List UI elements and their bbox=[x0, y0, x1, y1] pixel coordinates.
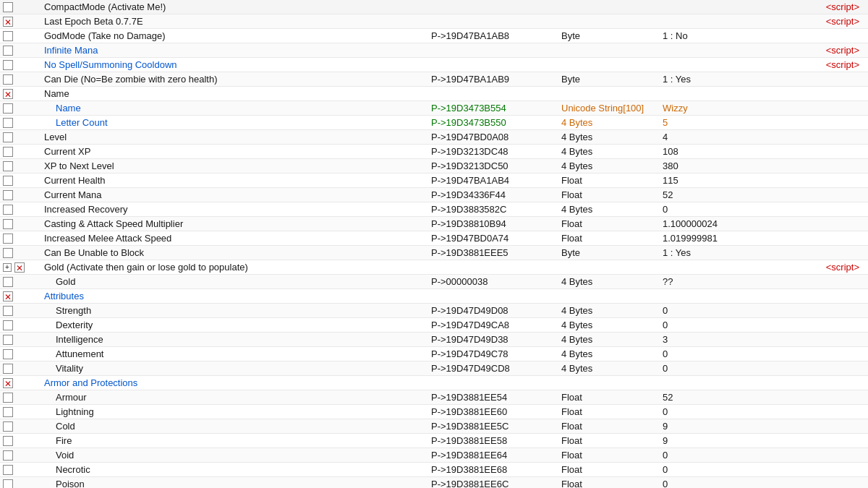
checkbox[interactable] bbox=[3, 132, 13, 142]
table-row[interactable]: LevelP->19D47BD0A084 Bytes4 bbox=[0, 130, 868, 145]
table-row[interactable]: GoldP->000000384 Bytes?? bbox=[0, 275, 868, 289]
checkbox[interactable] bbox=[3, 349, 13, 359]
type-text: 4 Bytes bbox=[561, 320, 592, 330]
table-row[interactable]: FireP->19D3881EE58Float9 bbox=[0, 434, 868, 448]
table-row[interactable]: Casting & Attack Speed MultiplierP->19D3… bbox=[0, 217, 868, 231]
table-row[interactable]: VitalityP->19D47D49CD84 Bytes0 bbox=[0, 361, 868, 376]
checkbox[interactable] bbox=[3, 60, 13, 70]
table-row[interactable]: NecroticP->19D3881EE68Float0 bbox=[0, 463, 868, 477]
table-row[interactable]: DexterityP->19D47D49CA84 Bytes0 bbox=[0, 318, 868, 333]
checkbox[interactable] bbox=[3, 479, 13, 489]
table-row[interactable]: GodMode (Take no Damage)P->19D47BA1AB8By… bbox=[0, 29, 868, 43]
value-cell: 115 bbox=[663, 175, 793, 186]
checkbox[interactable] bbox=[3, 436, 13, 446]
value-cell: 1 : Yes bbox=[663, 247, 793, 258]
type-cell: 4 Bytes bbox=[561, 348, 663, 359]
table-row[interactable]: +✕Gold (Activate then gain or lose gold … bbox=[0, 260, 868, 275]
table-row[interactable]: Letter CountP->19D3473B5504 Bytes5 bbox=[0, 116, 868, 130]
checkbox[interactable] bbox=[3, 205, 13, 215]
checkbox[interactable] bbox=[3, 320, 13, 330]
checkbox[interactable] bbox=[3, 147, 13, 157]
table-row[interactable]: Can Be Unable to BlockP->19D3881EEE5Byte… bbox=[0, 246, 868, 260]
address-text: P->00000038 bbox=[431, 276, 488, 287]
checkbox[interactable] bbox=[3, 46, 13, 56]
value-cell: 1.019999981 bbox=[663, 233, 793, 244]
table-row[interactable]: Increased Melee Attack SpeedP->19D47BD0A… bbox=[0, 231, 868, 246]
script-cell: <script> bbox=[793, 1, 865, 12]
address-text: P->19D3473B554 bbox=[431, 103, 506, 114]
value-cell: 1.100000024 bbox=[663, 218, 793, 229]
checkbox[interactable]: ✕ bbox=[14, 262, 25, 273]
checkbox[interactable] bbox=[3, 161, 13, 171]
checkbox[interactable]: ✕ bbox=[3, 89, 13, 99]
checkbox[interactable]: ✕ bbox=[3, 17, 13, 27]
value-text: 0 bbox=[663, 320, 668, 330]
table-row[interactable]: Can Die (No=Be zombie with zero health)P… bbox=[0, 72, 868, 87]
checkbox[interactable] bbox=[3, 393, 13, 403]
checkbox[interactable] bbox=[3, 190, 13, 200]
checkbox[interactable] bbox=[3, 277, 13, 287]
check-column bbox=[3, 176, 43, 186]
address-cell: P->19D3881EE6C bbox=[431, 479, 561, 488]
table-row[interactable]: ArmourP->19D3881EE54Float52 bbox=[0, 390, 868, 405]
table-row[interactable]: PoisonP->19D3881EE6CFloat0 bbox=[0, 477, 868, 488]
type-cell: Float bbox=[561, 175, 663, 186]
table-row[interactable]: ColdP->19D3881EE5CFloat9 bbox=[0, 419, 868, 434]
checkbox[interactable] bbox=[3, 234, 13, 244]
address-text: P->19D3881EE68 bbox=[431, 464, 507, 475]
checkbox[interactable] bbox=[3, 248, 13, 258]
description-text: CompactMode (Activate Me!) bbox=[44, 1, 166, 12]
checkbox[interactable] bbox=[3, 450, 13, 461]
table-row[interactable]: AttunementP->19D47D49C784 Bytes0 bbox=[0, 347, 868, 361]
checkbox[interactable] bbox=[3, 31, 13, 41]
checkbox[interactable]: ✕ bbox=[3, 291, 13, 301]
checkbox[interactable] bbox=[3, 118, 13, 128]
table-row[interactable]: LightningP->19D3881EE60Float0 bbox=[0, 405, 868, 419]
checkbox[interactable] bbox=[3, 219, 13, 229]
type-cell: Unicode String[100] bbox=[561, 103, 663, 114]
table-row[interactable]: VoidP->19D3881EE64Float0 bbox=[0, 448, 868, 463]
checkbox[interactable] bbox=[3, 103, 13, 114]
table-row[interactable]: ✕Name bbox=[0, 87, 868, 101]
table-row[interactable]: IntelligenceP->19D47D49D384 Bytes3 bbox=[0, 333, 868, 347]
expand-icon[interactable]: + bbox=[3, 263, 12, 272]
type-cell: 4 Bytes bbox=[561, 320, 663, 330]
table-row[interactable]: NameP->19D3473B554Unicode String[100]Wiz… bbox=[0, 101, 868, 116]
table-row[interactable]: ✕Attributes bbox=[0, 289, 868, 304]
checkbox[interactable] bbox=[3, 2, 13, 12]
checkbox[interactable] bbox=[3, 335, 13, 345]
check-column bbox=[3, 421, 43, 432]
table-row[interactable]: Current HealthP->19D47BA1AB4Float115 bbox=[0, 174, 868, 188]
table-row[interactable]: StrengthP->19D47D49D084 Bytes0 bbox=[0, 304, 868, 318]
table-row[interactable]: Current XPP->19D3213DC484 Bytes108 bbox=[0, 145, 868, 159]
description-text: No Spell/Summoning Cooldown bbox=[44, 59, 177, 70]
description-text: Cold bbox=[56, 421, 75, 432]
checkbox[interactable] bbox=[3, 306, 13, 316]
type-cell: Byte bbox=[561, 74, 663, 85]
value-cell: 0 bbox=[663, 406, 793, 417]
checkbox[interactable] bbox=[3, 74, 13, 85]
checkbox[interactable] bbox=[3, 465, 13, 475]
table-row[interactable]: Current ManaP->19D34336F44Float52 bbox=[0, 188, 868, 202]
table-row[interactable]: XP to Next LevelP->19D3213DC504 Bytes380 bbox=[0, 159, 868, 174]
checkbox[interactable]: ✕ bbox=[3, 378, 13, 388]
table-row[interactable]: ✕Last Epoch Beta 0.7.7E<script> bbox=[0, 14, 868, 29]
check-column bbox=[3, 132, 43, 142]
description-cell: Increased Melee Attack Speed bbox=[43, 233, 431, 244]
table-row[interactable]: Infinite Mana<script> bbox=[0, 43, 868, 58]
type-text: Byte bbox=[561, 247, 580, 258]
description-cell: Lightning bbox=[43, 406, 431, 417]
table-row[interactable]: Increased RecoveryP->19D3883582C4 Bytes0 bbox=[0, 202, 868, 217]
checkbox[interactable] bbox=[3, 421, 13, 432]
table-row[interactable]: CompactMode (Activate Me!)<script> bbox=[0, 0, 868, 14]
check-column bbox=[3, 465, 43, 475]
checkbox[interactable] bbox=[3, 364, 13, 374]
checkbox[interactable] bbox=[3, 176, 13, 186]
checkbox[interactable] bbox=[3, 407, 13, 417]
check-column: ✕ bbox=[3, 378, 43, 388]
table-row[interactable]: ✕Armor and Protections bbox=[0, 376, 868, 390]
table-row[interactable]: No Spell/Summoning Cooldown<script> bbox=[0, 58, 868, 72]
description-cell: Level bbox=[43, 132, 431, 142]
address-cell: P->19D3473B550 bbox=[431, 117, 561, 128]
value-cell: Wizzy bbox=[663, 103, 793, 114]
